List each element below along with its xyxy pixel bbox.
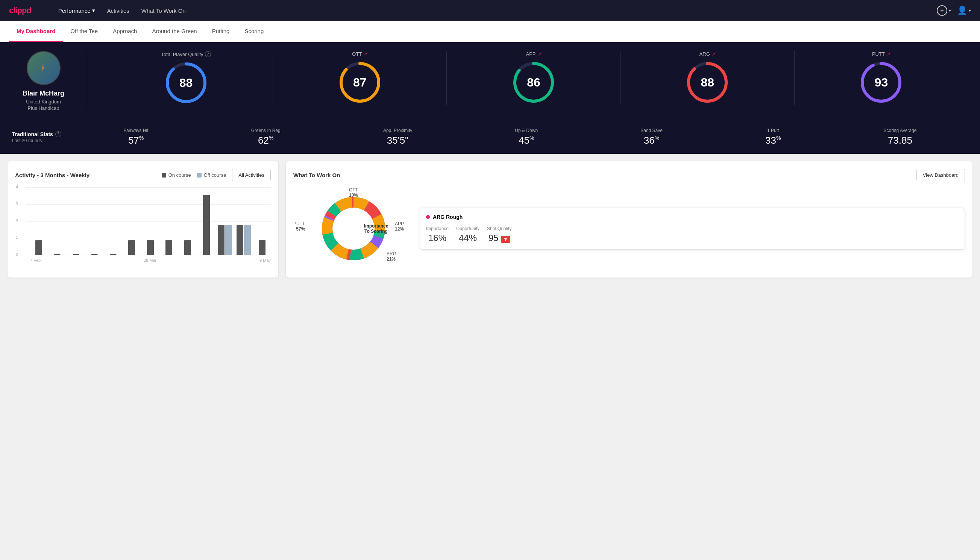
scorecard-arg: ARG ↗ 88 bbox=[621, 51, 795, 105]
all-activities-button[interactable]: All Activities bbox=[232, 169, 271, 181]
bar-group bbox=[235, 225, 252, 255]
bar-on-course bbox=[128, 240, 135, 255]
tab-approach[interactable]: Approach bbox=[105, 21, 145, 42]
nav-what-to-work-on[interactable]: What To Work On bbox=[141, 8, 186, 14]
work-on-card: What To Work On View Dashboard Imp bbox=[286, 161, 972, 278]
circle-ott: 87 bbox=[337, 60, 383, 105]
bar-on-course bbox=[236, 225, 243, 255]
bar-on-course bbox=[73, 254, 79, 255]
bar-group bbox=[253, 240, 271, 255]
activity-card-header: Activity - 3 Months - Weekly On course O… bbox=[15, 169, 271, 181]
x-label-mar: 28 Mar bbox=[144, 258, 156, 263]
app-logo[interactable]: clippd bbox=[9, 6, 31, 15]
trad-stats-items: Fairways Hit 57% Greens In Reg 62% App. … bbox=[72, 128, 968, 146]
circle-total: 88 bbox=[163, 60, 209, 105]
scorecard-app: APP ↗ 86 bbox=[447, 51, 621, 105]
scorecard-ott: OTT ↗ 87 bbox=[273, 51, 447, 105]
label-ott: OTT 10% bbox=[349, 187, 358, 198]
total-quality-label: Total Player Quality ? bbox=[105, 51, 266, 57]
x-label-feb: 7 Feb bbox=[30, 258, 41, 263]
tab-my-dashboard[interactable]: My Dashboard bbox=[9, 21, 63, 42]
stat-greens-in-reg: Greens In Reg 62% bbox=[251, 128, 281, 146]
legend-on-dot bbox=[162, 173, 166, 178]
bottom-section: Activity - 3 Months - Weekly On course O… bbox=[0, 154, 980, 285]
bar-on-course bbox=[91, 254, 98, 255]
bar-group bbox=[86, 254, 103, 255]
nav-performance[interactable]: Performance ▾ bbox=[58, 7, 95, 14]
user-menu[interactable]: 👤 ▾ bbox=[957, 6, 971, 15]
bar-group bbox=[105, 254, 122, 255]
stat-app-proximity: App. Proximity 35'5" bbox=[383, 128, 412, 146]
bars-container bbox=[30, 187, 271, 255]
stat-sand-save: Sand Save 36% bbox=[641, 128, 662, 146]
work-on-title: What To Work On bbox=[293, 172, 340, 178]
shot-quality-badge: ▼ bbox=[501, 236, 510, 243]
bar-on-course bbox=[218, 225, 225, 255]
player-name: Blair McHarg bbox=[23, 90, 64, 97]
bar-group bbox=[123, 240, 141, 255]
bar-on-course bbox=[110, 254, 116, 255]
top-nav: clippd Performance ▾ Activities What To … bbox=[0, 0, 980, 21]
bar-chart: 4 3 2 1 0 bbox=[15, 187, 271, 263]
avatar: 🏌️ bbox=[27, 51, 60, 85]
bar-group bbox=[161, 240, 178, 255]
traditional-stats: Traditional Stats ? Last 20 rounds Fairw… bbox=[0, 120, 980, 154]
donut-center: Importance To Scoring bbox=[364, 223, 388, 234]
info-metrics: Importance 16% Opportunity 44% Shot Qual… bbox=[426, 226, 958, 243]
trad-stats-label: Traditional Stats ? Last 20 rounds bbox=[12, 131, 72, 143]
player-card: 🏌️ Blair McHarg United Kingdom Plus Hand… bbox=[12, 51, 87, 111]
tab-off-the-tee[interactable]: Off the Tee bbox=[63, 21, 105, 42]
nav-activities[interactable]: Activities bbox=[107, 8, 129, 14]
metric-opportunity: Opportunity 44% bbox=[456, 226, 479, 243]
metric-shot-quality: Shot Quality 95 ▼ bbox=[487, 226, 511, 243]
nav-links: Performance ▾ Activities What To Work On bbox=[58, 7, 186, 14]
stat-scoring-average: Scoring Average 73.85 bbox=[884, 128, 917, 146]
circle-putt: 93 bbox=[859, 60, 903, 105]
player-handicap: Plus Handicap bbox=[28, 105, 60, 111]
hero-section: 🏌️ Blair McHarg United Kingdom Plus Hand… bbox=[0, 42, 980, 120]
stat-up-and-down: Up & Down 45% bbox=[515, 128, 538, 146]
label-arg: ARG 21% bbox=[387, 251, 396, 262]
tab-scoring[interactable]: Scoring bbox=[237, 21, 271, 42]
donut-section: Importance To Scoring OTT 10% APP 12% AR… bbox=[293, 187, 965, 270]
bar-group bbox=[49, 254, 66, 255]
legend-off-dot bbox=[197, 173, 201, 178]
tab-putting[interactable]: Putting bbox=[205, 21, 237, 42]
label-putt: PUTT 57% bbox=[293, 221, 305, 232]
bar-group bbox=[198, 195, 215, 255]
scorecard-total: Total Player Quality ? 88 bbox=[99, 51, 273, 105]
arg-rough-info-card: ARG Rough Importance 16% Opportunity 44% bbox=[420, 208, 965, 250]
activity-card: Activity - 3 Months - Weekly On course O… bbox=[8, 161, 278, 278]
scorecard-putt: PUTT ↗ 93 bbox=[795, 51, 968, 105]
bar-on-course bbox=[184, 240, 191, 255]
bar-off-course bbox=[225, 225, 232, 255]
bar-on-course bbox=[259, 240, 266, 255]
label-app: APP 12% bbox=[395, 221, 404, 232]
bar-on-course bbox=[54, 254, 60, 255]
nav-right: + ▾ 👤 ▾ bbox=[937, 5, 971, 16]
donut-wrapper: Importance To Scoring OTT 10% APP 12% AR… bbox=[293, 187, 414, 270]
bar-on-course bbox=[165, 240, 172, 255]
bar-off-course bbox=[244, 225, 251, 255]
legend-off-course: Off course bbox=[197, 172, 226, 178]
bar-on-course bbox=[35, 240, 42, 255]
pink-dot-icon bbox=[426, 215, 430, 219]
bar-group bbox=[142, 240, 159, 255]
bar-on-course bbox=[147, 240, 154, 255]
add-button[interactable]: + ▾ bbox=[937, 5, 951, 16]
bar-group bbox=[67, 254, 85, 255]
x-labels: 7 Feb 28 Mar 9 May bbox=[30, 258, 271, 263]
tab-bar: My Dashboard Off the Tee Approach Around… bbox=[0, 21, 980, 42]
bar-group bbox=[179, 240, 196, 255]
scorecards: Total Player Quality ? 88 OTT ↗ bbox=[87, 51, 968, 105]
tab-around-the-green[interactable]: Around the Green bbox=[145, 21, 204, 42]
bar-group bbox=[216, 225, 233, 255]
view-dashboard-button[interactable]: View Dashboard bbox=[917, 169, 965, 181]
legend-on-course: On course bbox=[162, 172, 191, 178]
info-card-title: ARG Rough bbox=[426, 214, 958, 220]
work-on-header: What To Work On View Dashboard bbox=[293, 169, 965, 181]
bar-on-course bbox=[203, 195, 210, 255]
bar-group bbox=[30, 240, 47, 255]
player-country: United Kingdom bbox=[26, 99, 61, 105]
activity-title: Activity - 3 Months - Weekly bbox=[15, 172, 90, 178]
